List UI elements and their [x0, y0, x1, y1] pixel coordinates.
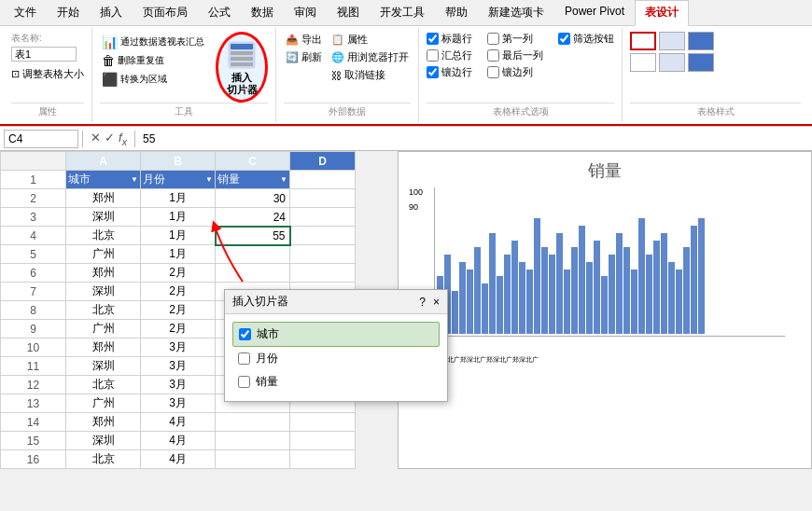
style-preset-5[interactable]: [659, 53, 685, 72]
cell-D2[interactable]: [290, 189, 356, 208]
style-preset-4[interactable]: [630, 53, 656, 72]
cell-A6[interactable]: 郑州: [66, 264, 141, 283]
confirm-icon[interactable]: ✓: [105, 131, 115, 147]
refresh-btn[interactable]: 🔄 刷新: [284, 49, 324, 65]
style-preset-2[interactable]: [659, 32, 685, 50]
resize-table-btn[interactable]: ⊡ 调整表格大小: [11, 67, 84, 81]
tab-data[interactable]: 数据: [241, 0, 284, 25]
table-name-input[interactable]: [11, 47, 77, 62]
unlink-btn[interactable]: ⛓ 取消链接: [329, 67, 411, 83]
first-col-cb[interactable]: 第一列: [487, 32, 543, 46]
field-month-check[interactable]: 月份: [232, 347, 440, 370]
col-header-A[interactable]: A: [66, 152, 141, 171]
tab-home[interactable]: 开始: [47, 0, 90, 25]
tab-review[interactable]: 审阅: [284, 0, 327, 25]
header-row-cb[interactable]: 标题行: [427, 32, 472, 46]
last-col-cb[interactable]: 最后一列: [487, 48, 543, 62]
cancel-icon[interactable]: ✕: [91, 131, 101, 147]
cell-A9[interactable]: 广州: [66, 320, 141, 338]
cell-D6[interactable]: [290, 264, 356, 283]
cell-C1[interactable]: 销量 ▼: [216, 171, 290, 189]
filter-btn-cb[interactable]: 筛选按钮: [558, 32, 614, 46]
cell-C4[interactable]: 55: [216, 227, 290, 245]
cell-A3[interactable]: 深圳: [66, 208, 141, 227]
cell-A16[interactable]: 北京: [66, 450, 141, 469]
cell-B3[interactable]: 1月: [141, 208, 216, 227]
tab-insert[interactable]: 插入: [90, 0, 133, 25]
month-checkbox[interactable]: [238, 352, 250, 365]
tab-new[interactable]: 新建选项卡: [478, 0, 554, 25]
style-preset-6[interactable]: [688, 53, 714, 72]
dialog-close-btn[interactable]: ×: [433, 296, 440, 309]
open-browser-btn[interactable]: 🌐 用浏览器打开: [329, 49, 411, 65]
properties-btn[interactable]: 📋 属性: [329, 32, 411, 48]
cell-D4[interactable]: [290, 227, 356, 245]
tab-page-layout[interactable]: 页面布局: [133, 0, 198, 25]
cell-A8[interactable]: 北京: [66, 301, 141, 320]
cell-B16[interactable]: 4月: [141, 450, 216, 469]
cell-D5[interactable]: [290, 245, 356, 264]
function-icon[interactable]: fx: [119, 131, 127, 147]
col-header-B[interactable]: B: [141, 152, 216, 171]
col-header-D[interactable]: D: [290, 152, 356, 171]
export-btn[interactable]: 📤 导出: [284, 32, 324, 48]
cell-B6[interactable]: 2月: [141, 264, 216, 283]
cell-C5[interactable]: [216, 245, 290, 264]
banded-rows-cb[interactable]: 镶边行: [427, 65, 472, 79]
tab-developer[interactable]: 开发工具: [370, 0, 435, 25]
filter-month-btn[interactable]: ▼: [205, 175, 213, 184]
style-preset-3[interactable]: [688, 32, 714, 50]
col-header-C[interactable]: C: [216, 152, 290, 171]
cell-C15[interactable]: [216, 432, 290, 450]
field-sales-check[interactable]: 销量: [232, 370, 440, 394]
cell-A11[interactable]: 深圳: [66, 357, 141, 376]
cell-D16[interactable]: [290, 450, 356, 469]
cell-B11[interactable]: 3月: [141, 357, 216, 376]
cell-B9[interactable]: 2月: [141, 320, 216, 338]
cell-D3[interactable]: [290, 208, 356, 227]
cell-A15[interactable]: 深圳: [66, 432, 141, 450]
style-preset-1[interactable]: [630, 32, 656, 50]
cell-A2[interactable]: 郑州: [66, 189, 141, 208]
tab-power-pivot[interactable]: Power Pivot: [554, 0, 635, 25]
cell-A12[interactable]: 北京: [66, 376, 141, 394]
cell-B13[interactable]: 3月: [141, 394, 216, 413]
cell-B15[interactable]: 4月: [141, 432, 216, 450]
tab-formula[interactable]: 公式: [198, 0, 241, 25]
dialog-help-btn[interactable]: ?: [419, 296, 426, 309]
pivot-summarize-btn[interactable]: 📊 通过数据透视表汇总: [100, 34, 206, 50]
cell-B4[interactable]: 1月: [141, 227, 216, 245]
cell-B7[interactable]: 2月: [141, 283, 216, 301]
cell-B1[interactable]: 月份 ▼: [141, 171, 216, 189]
cell-C16[interactable]: [216, 450, 290, 469]
field-city-check[interactable]: 城市: [232, 322, 440, 347]
total-row-cb[interactable]: 汇总行: [427, 48, 472, 62]
cell-A1[interactable]: 城市 ▼: [66, 171, 141, 189]
cell-C14[interactable]: [216, 413, 290, 432]
tab-table-design[interactable]: 表设计: [635, 0, 689, 26]
tab-help[interactable]: 帮助: [435, 0, 478, 25]
tab-file[interactable]: 文件: [4, 0, 47, 25]
cell-A5[interactable]: 广州: [66, 245, 141, 264]
cell-A14[interactable]: 郑州: [66, 413, 141, 432]
cell-D14[interactable]: [290, 413, 356, 432]
city-checkbox[interactable]: [239, 328, 251, 340]
cell-D1[interactable]: [290, 171, 356, 189]
cell-A13[interactable]: 广州: [66, 394, 141, 413]
name-box[interactable]: [4, 130, 78, 148]
remove-duplicates-btn[interactable]: 🗑 删除重复值: [100, 52, 206, 69]
tab-view[interactable]: 视图: [327, 0, 370, 25]
cell-B14[interactable]: 4月: [141, 413, 216, 432]
cell-B10[interactable]: 3月: [141, 338, 216, 357]
banded-cols-cb[interactable]: 镶边列: [487, 65, 543, 79]
cell-B8[interactable]: 2月: [141, 301, 216, 320]
cell-B12[interactable]: 3月: [141, 376, 216, 394]
cell-C6[interactable]: [216, 264, 290, 283]
cell-C2[interactable]: 30: [216, 189, 290, 208]
cell-C3[interactable]: 24: [216, 208, 290, 227]
formula-input[interactable]: [139, 131, 808, 146]
cell-B5[interactable]: 1月: [141, 245, 216, 264]
filter-city-btn[interactable]: ▼: [131, 175, 138, 184]
sales-checkbox[interactable]: [238, 376, 250, 388]
cell-B2[interactable]: 1月: [141, 189, 216, 208]
